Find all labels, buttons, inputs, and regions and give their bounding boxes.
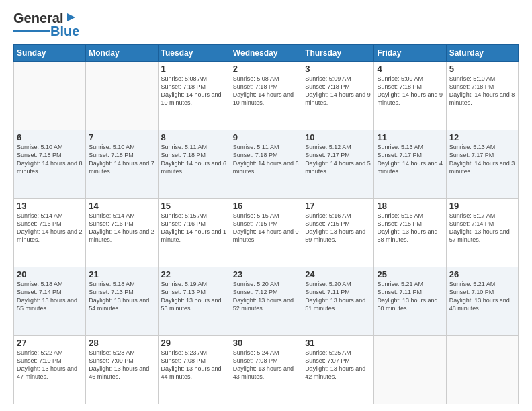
- day-number: 31: [305, 338, 371, 348]
- logo-blue: Blue: [50, 24, 79, 39]
- day-info: Sunrise: 5:17 AM Sunset: 7:14 PM Dayligh…: [449, 212, 515, 244]
- calendar-cell: 24Sunrise: 5:20 AM Sunset: 7:11 PM Dayli…: [302, 267, 374, 336]
- day-number: 7: [89, 132, 154, 142]
- calendar-cell: 23Sunrise: 5:20 AM Sunset: 7:12 PM Dayli…: [230, 267, 302, 336]
- day-info: Sunrise: 5:09 AM Sunset: 7:18 PM Dayligh…: [377, 75, 443, 107]
- day-number: 2: [233, 64, 299, 74]
- day-info: Sunrise: 5:21 AM Sunset: 7:10 PM Dayligh…: [449, 280, 515, 313]
- calendar-cell: 29Sunrise: 5:23 AM Sunset: 7:08 PM Dayli…: [158, 336, 230, 404]
- day-info: Sunrise: 5:13 AM Sunset: 7:17 PM Dayligh…: [377, 143, 443, 176]
- day-number: 24: [305, 269, 371, 279]
- day-number: 11: [377, 132, 443, 142]
- calendar-cell: 6Sunrise: 5:10 AM Sunset: 7:18 PM Daylig…: [14, 130, 86, 199]
- day-info: Sunrise: 5:19 AM Sunset: 7:13 PM Dayligh…: [161, 280, 227, 313]
- header-day-monday: Monday: [86, 45, 158, 62]
- calendar-table: SundayMondayTuesdayWednesdayThursdayFrid…: [13, 44, 519, 404]
- calendar-cell: [374, 336, 446, 404]
- calendar-cell: 9Sunrise: 5:11 AM Sunset: 7:18 PM Daylig…: [230, 130, 302, 199]
- day-info: Sunrise: 5:22 AM Sunset: 7:10 PM Dayligh…: [17, 349, 83, 381]
- day-info: Sunrise: 5:16 AM Sunset: 7:15 PM Dayligh…: [377, 212, 443, 244]
- calendar-cell: 18Sunrise: 5:16 AM Sunset: 7:15 PM Dayli…: [374, 199, 446, 267]
- day-number: 19: [449, 201, 515, 211]
- day-number: 13: [17, 201, 83, 211]
- calendar-week-2: 6Sunrise: 5:10 AM Sunset: 7:18 PM Daylig…: [14, 130, 519, 199]
- calendar-cell: 8Sunrise: 5:11 AM Sunset: 7:18 PM Daylig…: [158, 130, 230, 199]
- header-day-thursday: Thursday: [302, 45, 374, 62]
- calendar-cell: 27Sunrise: 5:22 AM Sunset: 7:10 PM Dayli…: [14, 336, 86, 404]
- day-number: 6: [17, 132, 83, 142]
- calendar-cell: 13Sunrise: 5:14 AM Sunset: 7:16 PM Dayli…: [14, 199, 86, 267]
- day-info: Sunrise: 5:11 AM Sunset: 7:18 PM Dayligh…: [161, 143, 227, 176]
- calendar-cell: 22Sunrise: 5:19 AM Sunset: 7:13 PM Dayli…: [158, 267, 230, 336]
- day-number: 28: [89, 338, 154, 348]
- calendar-cell: 7Sunrise: 5:10 AM Sunset: 7:18 PM Daylig…: [86, 130, 158, 199]
- calendar-cell: 26Sunrise: 5:21 AM Sunset: 7:10 PM Dayli…: [446, 267, 518, 336]
- day-number: 27: [17, 338, 83, 348]
- day-info: Sunrise: 5:16 AM Sunset: 7:15 PM Dayligh…: [305, 212, 371, 244]
- day-info: Sunrise: 5:18 AM Sunset: 7:13 PM Dayligh…: [89, 280, 154, 313]
- calendar-cell: [446, 336, 518, 404]
- calendar-cell: 5Sunrise: 5:10 AM Sunset: 7:18 PM Daylig…: [446, 62, 518, 130]
- day-info: Sunrise: 5:09 AM Sunset: 7:18 PM Dayligh…: [305, 75, 371, 107]
- header-day-tuesday: Tuesday: [158, 45, 230, 62]
- day-number: 3: [305, 64, 371, 74]
- calendar-cell: [14, 62, 86, 130]
- calendar-week-3: 13Sunrise: 5:14 AM Sunset: 7:16 PM Dayli…: [14, 199, 519, 267]
- day-number: 4: [377, 64, 443, 74]
- day-info: Sunrise: 5:20 AM Sunset: 7:11 PM Dayligh…: [305, 280, 371, 313]
- day-info: Sunrise: 5:11 AM Sunset: 7:18 PM Dayligh…: [233, 143, 299, 176]
- svg-marker-0: [67, 13, 75, 21]
- day-number: 29: [161, 338, 227, 348]
- day-info: Sunrise: 5:14 AM Sunset: 7:16 PM Dayligh…: [89, 212, 154, 244]
- day-info: Sunrise: 5:25 AM Sunset: 7:07 PM Dayligh…: [305, 349, 371, 381]
- day-info: Sunrise: 5:14 AM Sunset: 7:16 PM Dayligh…: [17, 212, 83, 244]
- calendar-cell: 19Sunrise: 5:17 AM Sunset: 7:14 PM Dayli…: [446, 199, 518, 267]
- day-info: Sunrise: 5:18 AM Sunset: 7:14 PM Dayligh…: [17, 280, 83, 313]
- day-number: 17: [305, 201, 371, 211]
- day-info: Sunrise: 5:24 AM Sunset: 7:08 PM Dayligh…: [233, 349, 299, 381]
- calendar-header-row: SundayMondayTuesdayWednesdayThursdayFrid…: [14, 45, 519, 62]
- day-number: 23: [233, 269, 299, 279]
- day-info: Sunrise: 5:10 AM Sunset: 7:18 PM Dayligh…: [449, 75, 515, 107]
- day-info: Sunrise: 5:10 AM Sunset: 7:18 PM Dayligh…: [89, 143, 154, 176]
- day-info: Sunrise: 5:23 AM Sunset: 7:08 PM Dayligh…: [161, 349, 227, 381]
- calendar-cell: 20Sunrise: 5:18 AM Sunset: 7:14 PM Dayli…: [14, 267, 86, 336]
- calendar-cell: 21Sunrise: 5:18 AM Sunset: 7:13 PM Dayli…: [86, 267, 158, 336]
- calendar-cell: 16Sunrise: 5:15 AM Sunset: 7:15 PM Dayli…: [230, 199, 302, 267]
- day-number: 1: [161, 64, 227, 74]
- calendar-cell: 1Sunrise: 5:08 AM Sunset: 7:18 PM Daylig…: [158, 62, 230, 130]
- logo: General Blue: [13, 11, 79, 39]
- header-day-sunday: Sunday: [14, 45, 86, 62]
- calendar-cell: 31Sunrise: 5:25 AM Sunset: 7:07 PM Dayli…: [302, 336, 374, 404]
- logo-icon: [64, 11, 78, 24]
- calendar-week-1: 1Sunrise: 5:08 AM Sunset: 7:18 PM Daylig…: [14, 62, 519, 130]
- day-number: 15: [161, 201, 227, 211]
- calendar-cell: 4Sunrise: 5:09 AM Sunset: 7:18 PM Daylig…: [374, 62, 446, 130]
- calendar-cell: 15Sunrise: 5:15 AM Sunset: 7:16 PM Dayli…: [158, 199, 230, 267]
- calendar-cell: 28Sunrise: 5:23 AM Sunset: 7:09 PM Dayli…: [86, 336, 158, 404]
- day-info: Sunrise: 5:20 AM Sunset: 7:12 PM Dayligh…: [233, 280, 299, 313]
- calendar-cell: 25Sunrise: 5:21 AM Sunset: 7:11 PM Dayli…: [374, 267, 446, 336]
- header-day-wednesday: Wednesday: [230, 45, 302, 62]
- day-info: Sunrise: 5:23 AM Sunset: 7:09 PM Dayligh…: [89, 349, 154, 381]
- day-info: Sunrise: 5:10 AM Sunset: 7:18 PM Dayligh…: [17, 143, 83, 176]
- calendar-week-4: 20Sunrise: 5:18 AM Sunset: 7:14 PM Dayli…: [14, 267, 519, 336]
- day-number: 16: [233, 201, 299, 211]
- day-number: 12: [449, 132, 515, 142]
- day-number: 20: [17, 269, 83, 279]
- day-number: 26: [449, 269, 515, 279]
- day-number: 10: [305, 132, 371, 142]
- calendar-week-5: 27Sunrise: 5:22 AM Sunset: 7:10 PM Dayli…: [14, 336, 519, 404]
- calendar-cell: 3Sunrise: 5:09 AM Sunset: 7:18 PM Daylig…: [302, 62, 374, 130]
- day-number: 18: [377, 201, 443, 211]
- calendar-cell: 17Sunrise: 5:16 AM Sunset: 7:15 PM Dayli…: [302, 199, 374, 267]
- calendar-cell: [86, 62, 158, 130]
- calendar-cell: 12Sunrise: 5:13 AM Sunset: 7:17 PM Dayli…: [446, 130, 518, 199]
- header: General Blue: [13, 11, 519, 39]
- calendar-cell: 11Sunrise: 5:13 AM Sunset: 7:17 PM Dayli…: [374, 130, 446, 199]
- day-info: Sunrise: 5:21 AM Sunset: 7:11 PM Dayligh…: [377, 280, 443, 313]
- day-info: Sunrise: 5:08 AM Sunset: 7:18 PM Dayligh…: [233, 75, 299, 107]
- day-info: Sunrise: 5:13 AM Sunset: 7:17 PM Dayligh…: [449, 143, 515, 176]
- day-number: 30: [233, 338, 299, 348]
- page: General Blue SundayMondayTuesdayWednesda…: [0, 0, 532, 411]
